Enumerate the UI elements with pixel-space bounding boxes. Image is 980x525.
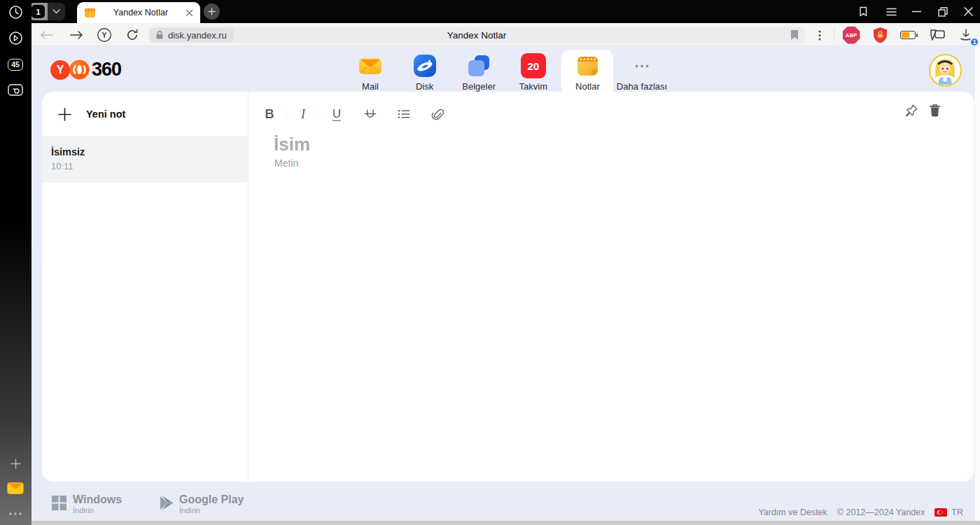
plus-icon: [58, 108, 71, 121]
titlebar: 1 Yandex Notlar: [0, 0, 980, 23]
chevron-down-icon: [52, 9, 60, 14]
kebab-menu-icon[interactable]: [811, 26, 829, 44]
app-label: Belgeler: [462, 81, 496, 92]
help-link[interactable]: Yardım ve Destek: [758, 507, 827, 517]
new-note-label: Yeni not: [86, 108, 125, 120]
documents-icon: [466, 53, 491, 78]
app-item-takvim[interactable]: 20 Takvim: [507, 50, 559, 96]
close-button[interactable]: [958, 0, 979, 23]
page-scrollbar[interactable]: [974, 46, 980, 521]
italic-button[interactable]: I: [297, 106, 309, 122]
app-item-belgeler[interactable]: Belgeler: [453, 50, 505, 96]
disk-icon: [412, 53, 438, 78]
tab-group-count: 1: [31, 5, 45, 18]
gplay-download-badge[interactable]: Google Play İndirin: [160, 493, 244, 514]
app-label: Takvim: [519, 81, 547, 92]
restore-button[interactable]: [932, 0, 953, 23]
note-title: İsimsiz: [51, 146, 248, 158]
app-item-notlar[interactable]: Notlar: [561, 50, 613, 96]
notes-icon: [575, 53, 600, 78]
app-item-mail[interactable]: Mail: [344, 50, 396, 96]
tab-close-icon[interactable]: [186, 9, 193, 17]
tab-yandex-notlar[interactable]: Yandex Notlar: [77, 2, 200, 23]
menu-icon[interactable]: [881, 0, 902, 23]
store-action: İndirin: [179, 506, 244, 514]
tab-counter-badge[interactable]: 45: [7, 56, 24, 73]
history-icon[interactable]: [7, 4, 24, 20]
store-name: Windows: [73, 493, 122, 505]
more-apps-icon: [629, 53, 654, 78]
tab-group-chip[interactable]: 1: [29, 3, 65, 20]
underline-button[interactable]: U: [330, 106, 343, 122]
yandex-360-page: Y 360: [31, 46, 980, 521]
tab-group-expander[interactable]: [48, 3, 65, 20]
note-time: 10:11: [51, 161, 248, 172]
browser-side-panel: 45: [0, 0, 31, 525]
protect-shield-icon[interactable]: [871, 26, 889, 44]
svg-text:Y: Y: [102, 31, 106, 39]
screenshot-icon[interactable]: [7, 81, 24, 98]
app-item-daha-fazlasi[interactable]: Daha fazlası: [616, 50, 668, 96]
locale-switcher[interactable]: TR: [934, 507, 963, 517]
list-button[interactable]: [398, 106, 410, 122]
page-footer: Windows İndirin Google Play İndirin Yard…: [31, 482, 980, 521]
battery-icon[interactable]: [899, 26, 917, 44]
reload-icon[interactable]: [124, 27, 140, 43]
yandex-360-logo[interactable]: Y 360: [50, 59, 121, 80]
new-note-button[interactable]: Yeni not: [42, 92, 248, 137]
store-action: İndirin: [73, 506, 122, 514]
logo-360-text: 360: [92, 59, 121, 80]
tab-group-segment: 1: [29, 3, 48, 20]
note-list-item[interactable]: İsimsiz 10:11: [42, 137, 248, 183]
browser-window: 1 Yandex Notlar: [0, 0, 980, 525]
strikethrough-button[interactable]: [364, 106, 377, 122]
forward-icon[interactable]: [69, 27, 85, 43]
store-name: Google Play: [179, 493, 244, 505]
address-bar[interactable]: disk.yandex.ru Yandex Notlar: [148, 27, 805, 43]
locale-label: TR: [951, 507, 963, 517]
yandex-button[interactable]: Y: [96, 27, 112, 43]
copyright-text: © 2012—2024 Yandex: [837, 507, 925, 517]
360-logo-icon: [69, 59, 90, 80]
sidebar-add-icon[interactable]: [7, 455, 24, 472]
google-play-logo-icon: [160, 496, 173, 510]
turkey-flag-icon: [934, 508, 947, 517]
app-label: Disk: [416, 81, 433, 92]
note-title-input[interactable]: İsim: [274, 134, 310, 155]
sidebar-more-icon[interactable]: [7, 505, 24, 522]
attachment-button[interactable]: [431, 106, 444, 122]
app-label: Notlar: [575, 81, 600, 92]
user-avatar[interactable]: [929, 54, 962, 87]
note-body-input[interactable]: Metin: [274, 158, 298, 169]
new-tab-button[interactable]: [204, 4, 220, 20]
windows-download-badge[interactable]: Windows İndirin: [52, 493, 122, 514]
pin-icon[interactable]: [904, 104, 918, 118]
app-item-disk[interactable]: Disk: [399, 50, 451, 96]
download-count-badge: 1: [969, 37, 979, 47]
tab-favicon-notes-icon: [84, 7, 96, 19]
adblock-extension-icon[interactable]: ABP: [842, 26, 860, 44]
toolbar-separator: [834, 28, 834, 41]
notes-list-panel: Yeni not İsimsiz 10:11: [42, 92, 248, 482]
editor-actions: [904, 104, 941, 118]
calendar-icon: 20: [521, 53, 546, 78]
downloads-icon[interactable]: 1: [957, 26, 975, 44]
bookmark-icon[interactable]: [790, 29, 799, 41]
window-bottom-edge: [31, 521, 980, 525]
tabs-collection-icon[interactable]: [928, 26, 946, 44]
minimize-button[interactable]: [906, 0, 927, 23]
yandex-logo-icon: Y: [50, 60, 70, 80]
back-icon[interactable]: [38, 27, 55, 43]
bold-button[interactable]: B: [263, 106, 276, 122]
editor-toolbar: B I U: [263, 104, 444, 125]
player-icon[interactable]: [7, 29, 24, 46]
app-label: Mail: [362, 81, 379, 92]
app-label: Daha fazlası: [617, 81, 667, 92]
windows-logo-icon: [52, 496, 66, 510]
panel-bookmark-icon[interactable]: [853, 0, 874, 23]
browser-toolbar: Y disk.yandex.ru Yandex Notlar ABP: [31, 23, 980, 46]
footer-links: Yardım ve Destek © 2012—2024 Yandex TR: [758, 507, 963, 517]
trash-icon[interactable]: [929, 104, 941, 118]
mail-shortcut-icon[interactable]: [7, 479, 24, 496]
apps-navigation: Mail Disk: [344, 50, 668, 96]
